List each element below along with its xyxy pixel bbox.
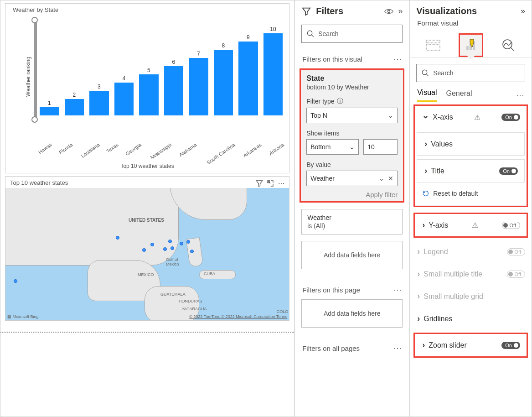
toggle-yaxis[interactable]: Off xyxy=(502,222,520,229)
bar-florida[interactable]: 2 xyxy=(65,92,84,115)
map-label-color-trunc: COLO xyxy=(277,309,289,314)
chevron-down-icon: ⌄ xyxy=(349,143,355,151)
filter-icon[interactable] xyxy=(254,178,264,188)
zoom-slider-handle-top[interactable] xyxy=(31,17,38,23)
warning-icon: ⚠ xyxy=(474,113,480,122)
chevron-down-icon[interactable]: ⌄ xyxy=(379,175,384,182)
prop-small-multiple-title: Small multiple title Off xyxy=(410,263,532,285)
prop-gridlines[interactable]: Gridlines xyxy=(410,308,532,330)
map-dot[interactable] xyxy=(170,246,174,250)
bar-rect xyxy=(189,58,208,115)
map-dot[interactable] xyxy=(168,240,172,243)
bar-georgia[interactable]: 5 xyxy=(139,67,159,115)
chevron-right-icon xyxy=(422,220,425,230)
map-dot[interactable] xyxy=(186,240,190,244)
more-icon[interactable]: ⋯ xyxy=(516,90,524,100)
build-visual-tab-icon[interactable] xyxy=(421,33,445,57)
filter-card-state[interactable]: State bottom 10 by Weather Filter type ⓘ… xyxy=(300,68,404,203)
zoom-slider-track[interactable] xyxy=(34,20,37,120)
bar-hawaii[interactable]: 1 xyxy=(40,100,59,115)
info-icon[interactable]: ⓘ xyxy=(337,97,343,105)
bar-rect xyxy=(263,33,283,115)
prop-values[interactable]: Values xyxy=(417,133,524,155)
chevron-right-icon xyxy=(422,340,425,350)
prop-title[interactable]: Title On xyxy=(417,160,524,182)
map-visual[interactable]: Top 10 weather states ⋯ UNITED STATES ME… xyxy=(5,176,289,321)
map-dot[interactable] xyxy=(142,248,146,252)
map-dot[interactable] xyxy=(150,243,154,246)
map-dot[interactable] xyxy=(180,242,183,245)
map-dot[interactable] xyxy=(163,247,167,251)
bar-rect xyxy=(214,50,233,115)
bar-value: 9 xyxy=(247,34,250,41)
more-icon[interactable]: ⋯ xyxy=(393,343,402,353)
remove-field-icon[interactable]: ✕ xyxy=(388,175,393,182)
chevron-down-icon: ⌄ xyxy=(388,112,393,119)
map-dot[interactable] xyxy=(190,250,194,253)
map-title: Top 10 weather states xyxy=(5,177,289,188)
visualizations-title: Visualizations xyxy=(416,6,521,16)
filter-icon xyxy=(301,6,311,16)
bar-value: 2 xyxy=(72,92,76,98)
format-search[interactable]: Search xyxy=(416,64,525,82)
bar-south-carolina[interactable]: 8 xyxy=(214,42,233,115)
tab-general[interactable]: General xyxy=(446,89,472,101)
by-value-field-well[interactable]: Weather ⌄ ✕ xyxy=(306,171,398,186)
bar-mississippi[interactable]: 6 xyxy=(164,59,184,115)
more-icon[interactable]: ⋯ xyxy=(393,285,402,295)
filter-card-weather[interactable]: Weather is (All) xyxy=(301,209,403,235)
prop-yaxis[interactable]: Y-axis ⚠ Off xyxy=(415,214,527,236)
prop-zoom-slider[interactable]: Zoom slider On xyxy=(415,334,527,356)
bar-value: 4 xyxy=(122,75,125,82)
filter-field-state: State xyxy=(306,74,398,83)
filter-type-select[interactable]: Top N ⌄ xyxy=(306,108,398,123)
bar-louisiana[interactable]: 3 xyxy=(89,83,109,115)
by-value-label: By value xyxy=(306,161,398,168)
eye-icon[interactable] xyxy=(384,8,393,15)
svg-rect-4 xyxy=(426,45,440,50)
report-canvas: Weather by State Weather ranking 1234567… xyxy=(0,0,294,417)
toggle-zoom-slider[interactable]: On xyxy=(501,342,520,349)
reset-to-default[interactable]: Reset to default xyxy=(415,184,527,206)
toggle-xaxis[interactable]: On xyxy=(501,114,520,121)
map-dot[interactable] xyxy=(14,279,17,283)
filter-field-weather: Weather xyxy=(307,214,397,221)
bar-alabama[interactable]: 7 xyxy=(189,51,208,115)
y-axis-label: Weather ranking xyxy=(25,57,31,97)
prop-xaxis-group: X-axis ⚠ On Values Title On Reset to def… xyxy=(413,104,528,207)
map-body[interactable]: UNITED STATES MEXICO Gulf of Mexico CUBA… xyxy=(5,188,289,320)
map-label-cuba: CUBA xyxy=(204,271,215,276)
toggle-title[interactable]: On xyxy=(499,167,518,175)
bar-rect xyxy=(40,107,59,115)
bar-chart-visual[interactable]: Weather by State Weather ranking 1234567… xyxy=(5,3,289,173)
more-options-icon[interactable]: ⋯ xyxy=(276,178,286,188)
add-fields-visual[interactable]: Add data fields here xyxy=(301,241,403,269)
chart-bars: 12345678910 xyxy=(38,15,286,115)
prop-xaxis[interactable]: X-axis ⚠ On xyxy=(415,106,527,129)
bar-texas[interactable]: 4 xyxy=(114,75,134,115)
analytics-tab-icon[interactable] xyxy=(496,33,521,57)
chevron-right-icon xyxy=(417,269,420,279)
map-credit-terms[interactable]: © 2022 TomTom, © 2022 Microsoft Corporat… xyxy=(189,314,287,319)
svg-line-11 xyxy=(426,74,429,76)
tab-visual[interactable]: Visual xyxy=(417,89,437,102)
filters-search[interactable]: Search xyxy=(301,25,403,43)
search-icon xyxy=(421,69,429,77)
zoom-slider-handle-bottom[interactable] xyxy=(31,116,38,123)
show-items-direction-select[interactable]: Bottom ⌄ xyxy=(306,139,359,155)
apply-filter-button[interactable]: Apply filter xyxy=(306,186,398,198)
collapse-icon[interactable]: » xyxy=(398,6,403,16)
search-icon xyxy=(306,30,315,38)
focus-mode-icon[interactable] xyxy=(265,178,275,188)
map-dot[interactable] xyxy=(116,236,119,240)
bar-arkansas[interactable]: 9 xyxy=(238,34,258,115)
collapse-icon[interactable]: » xyxy=(521,6,525,16)
bar-arizona[interactable]: 10 xyxy=(263,26,283,115)
x-axis-labels: HawaiiFloridaLouisianaTexasGeorgiaMissis… xyxy=(8,138,286,161)
format-visual-tab-icon[interactable] xyxy=(459,33,483,57)
map-label-mexico: MEXICO xyxy=(138,272,154,277)
show-items-count-input[interactable]: 10 xyxy=(363,139,398,155)
more-icon[interactable]: ⋯ xyxy=(393,54,402,64)
add-fields-page[interactable]: Add data fields here xyxy=(301,299,403,328)
svg-point-0 xyxy=(388,10,390,12)
